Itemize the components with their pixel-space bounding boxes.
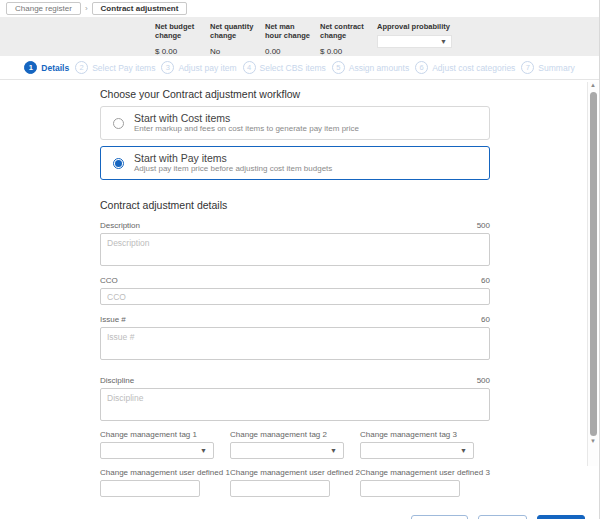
- change-management-tag-2-select[interactable]: ▼: [230, 442, 344, 459]
- metric-label: Net man hour change: [265, 22, 311, 41]
- scrollbar-thumb[interactable]: [590, 92, 597, 436]
- chevron-down-icon: ▼: [200, 447, 207, 454]
- cancel-button[interactable]: Cancel: [411, 515, 469, 519]
- metric-value: $ 0.00: [320, 47, 375, 56]
- option-start-with-pay-items[interactable]: Start with Pay items Adjust pay item pri…: [100, 146, 490, 180]
- option-description: Adjust pay item price before adjusting c…: [134, 164, 332, 174]
- step-number: 7: [521, 61, 534, 74]
- radio-unselected-icon[interactable]: [113, 118, 124, 129]
- step-label: Summary: [538, 63, 574, 73]
- field-label: Change management user defined 1: [100, 468, 230, 477]
- field-change-management-tag-2: Change management tag 2 ▼: [230, 430, 360, 459]
- metric-net-contract-change: Net contract change $ 0.00: [320, 22, 375, 56]
- field-change-management-tag-1: Change management tag 1 ▼: [100, 430, 230, 459]
- metric-net-quantity-change: Net quantity change No: [210, 22, 265, 56]
- issue-number-textarea[interactable]: [100, 327, 490, 360]
- form-content: Choose your Contract adjustment workflow…: [0, 80, 500, 497]
- change-management-user-defined-2-input[interactable]: [230, 480, 330, 497]
- field-change-management-user-defined-2: Change management user defined 2: [230, 468, 360, 497]
- metric-value: No: [210, 47, 265, 56]
- scroll-up-icon[interactable]: ▲: [590, 82, 596, 90]
- field-change-management-user-defined-3: Change management user defined 3: [360, 468, 490, 497]
- summary-bar: Net budget change $ 0.00 Net quantity ch…: [0, 17, 599, 56]
- approval-probability-field: Approval probability ▼: [377, 22, 452, 48]
- field-issue-number: Issue # 60: [100, 315, 490, 360]
- step-select-pay-items[interactable]: 2 Select Pay items: [75, 61, 155, 74]
- field-label: Change management tag 3: [360, 430, 490, 439]
- description-textarea[interactable]: [100, 233, 490, 266]
- breadcrumb-contract-adjustment[interactable]: Contract adjustment: [92, 2, 188, 15]
- step-number: 4: [243, 61, 256, 74]
- approval-probability-label: Approval probability: [377, 22, 452, 31]
- details-heading: Contract adjustment details: [100, 199, 490, 211]
- breadcrumb: Change register › Contract adjustment: [0, 0, 599, 17]
- metric-label: Net contract change: [320, 22, 366, 41]
- step-assign-amounts[interactable]: 5 Assign amounts: [332, 61, 409, 74]
- step-adjust-cost-categories[interactable]: 6 Adjust cost categories: [415, 61, 515, 74]
- metric-label: Net quantity change: [210, 22, 256, 41]
- field-discipline: Discipline 500: [100, 376, 490, 421]
- metric-net-budget-change: Net budget change $ 0.00: [155, 22, 210, 56]
- field-label: CCO: [100, 276, 118, 285]
- workflow-heading: Choose your Contract adjustment workflow: [100, 88, 490, 100]
- breadcrumb-change-register[interactable]: Change register: [6, 2, 81, 15]
- step-number: 5: [332, 61, 345, 74]
- field-label: Discipline: [100, 376, 134, 385]
- step-select-cbs-items[interactable]: 4 Select CBS items: [243, 61, 326, 74]
- option-description: Enter markup and fees on cost items to g…: [134, 124, 359, 134]
- char-counter: 500: [477, 376, 490, 385]
- field-label: Change management tag 2: [230, 430, 360, 439]
- draft-button[interactable]: Draft: [478, 515, 527, 519]
- metric-value: 0.00: [265, 47, 320, 56]
- option-title: Start with Pay items: [134, 152, 332, 164]
- step-label: Select CBS items: [260, 63, 326, 73]
- char-counter: 60: [481, 276, 490, 285]
- user-defined-fields-row: Change management user defined 1 Change …: [100, 468, 490, 497]
- step-label: Details: [41, 63, 69, 73]
- tag-fields-row: Change management tag 1 ▼ Change managem…: [100, 430, 490, 459]
- field-cco: CCO 60: [100, 276, 490, 305]
- next-button[interactable]: Next: [537, 515, 585, 519]
- step-label: Select Pay items: [92, 63, 155, 73]
- option-title: Start with Cost items: [134, 112, 359, 124]
- workflow-stepper: 1 Details 2 Select Pay items 3 Adjust pa…: [0, 56, 599, 80]
- field-label: Change management user defined 2: [230, 468, 360, 477]
- chevron-down-icon: ▼: [440, 38, 447, 45]
- chevron-down-icon: ▼: [330, 447, 337, 454]
- change-management-tag-1-select[interactable]: ▼: [100, 442, 214, 459]
- option-start-with-cost-items[interactable]: Start with Cost items Enter markup and f…: [100, 106, 490, 140]
- chevron-down-icon: ▼: [460, 447, 467, 454]
- breadcrumb-separator-icon: ›: [85, 4, 88, 13]
- change-management-user-defined-1-input[interactable]: [100, 480, 200, 497]
- radio-selected-icon[interactable]: [113, 158, 124, 169]
- vertical-scrollbar[interactable]: ▲ ▼: [587, 82, 598, 466]
- step-label: Adjust pay item: [178, 63, 236, 73]
- field-label: Change management tag 1: [100, 430, 230, 439]
- change-management-user-defined-3-input[interactable]: [360, 480, 460, 497]
- field-label: Change management user defined 3: [360, 468, 490, 477]
- step-number: 6: [415, 61, 428, 74]
- char-counter: 60: [481, 315, 490, 324]
- step-summary[interactable]: 7 Summary: [521, 61, 574, 74]
- step-adjust-pay-item[interactable]: 3 Adjust pay item: [161, 61, 236, 74]
- field-label: Description: [100, 221, 140, 230]
- step-label: Adjust cost categories: [432, 63, 515, 73]
- scroll-down-icon[interactable]: ▼: [590, 438, 596, 446]
- contract-adjustment-window: Change register › Contract adjustment Ne…: [0, 0, 600, 519]
- field-change-management-tag-3: Change management tag 3 ▼: [360, 430, 490, 459]
- change-management-tag-3-select[interactable]: ▼: [360, 442, 474, 459]
- cco-input[interactable]: [100, 288, 490, 305]
- step-label: Assign amounts: [349, 63, 409, 73]
- step-number: 1: [24, 61, 37, 74]
- field-label: Issue #: [100, 315, 126, 324]
- step-number: 3: [161, 61, 174, 74]
- metric-net-man-hour-change: Net man hour change 0.00: [265, 22, 320, 56]
- field-change-management-user-defined-1: Change management user defined 1: [100, 468, 230, 497]
- metric-label: Net budget change: [155, 22, 201, 41]
- footer-actions: Cancel Draft Next: [0, 497, 599, 519]
- field-description: Description 500: [100, 221, 490, 266]
- discipline-textarea[interactable]: [100, 388, 490, 421]
- approval-probability-select[interactable]: ▼: [377, 35, 452, 48]
- step-number: 2: [75, 61, 88, 74]
- step-details[interactable]: 1 Details: [24, 61, 69, 74]
